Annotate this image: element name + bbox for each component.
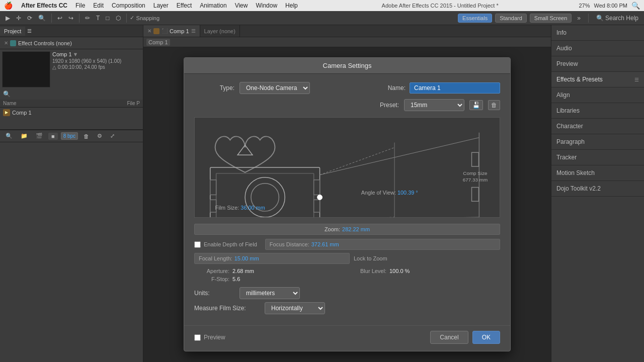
focus-value: 372.61 mm [311,241,339,247]
menu-edit[interactable]: Edit [90,1,107,10]
workspace-essentials[interactable]: Essentials [458,14,492,23]
comp-tab-layer[interactable]: Layer (none) [200,25,240,37]
units-label: Units: [194,290,234,297]
menu-animation[interactable]: Animation [196,1,230,10]
project-column-headers: Name File P [0,100,143,108]
right-item-dojo-toolkit[interactable]: Dojo Toolkit v2.2 [551,181,644,197]
camera-diagram: Film Size: 36.00 mm Angle of View: 100.3… [194,117,500,218]
panel-tab-icon: ☰ [27,28,32,34]
menu-composition[interactable]: Composition [108,1,149,10]
comp-meta: Comp 1 ▼ 1920 x 1080 (960 x 540) (1.00) … [52,51,121,87]
shape-tool[interactable]: □ [103,14,112,23]
svg-rect-8 [314,200,320,212]
pen-tool[interactable]: ✏ [83,14,93,23]
preset-delete-btn[interactable]: 🗑 [488,100,500,110]
effect-controls-tab[interactable]: ✕ Effect Controls (none) [0,37,143,49]
undo-btn[interactable]: ↩ [55,14,65,23]
project-search-btn[interactable]: 🔍 [3,132,15,140]
right-item-libraries[interactable]: Libraries [551,103,644,119]
right-item-audio[interactable]: Audio [551,41,644,56]
effect-color-block [10,40,16,46]
breadcrumb-item[interactable]: Comp 1 [146,39,170,46]
effect-controls-label: Effect Controls (none) [18,40,72,46]
blur-row: Blur Level: 100.0 % [351,268,500,274]
menu-window[interactable]: Window [252,1,281,10]
blur-label: Blur Level: [351,268,386,274]
comp-tab-comp-icon: ⬛ [162,28,168,34]
measure-select[interactable]: Horizontally [265,302,325,314]
comp-tab-close-icon[interactable]: ✕ [147,28,151,34]
focal-label: Focal Length: [199,255,232,261]
project-settings-btn[interactable]: ⚙ [95,132,105,140]
preview-checkbox[interactable] [194,334,201,341]
zoom-tool[interactable]: 🔍 [36,14,48,23]
text-tool[interactable]: T [94,14,102,23]
right-item-motion-sketch[interactable]: Motion Sketch [551,165,644,181]
comp-tab-label: Comp 1 [170,28,189,34]
svg-rect-5 [210,180,216,195]
snapping-toggle[interactable]: ✓ Snapping [130,15,160,21]
right-item-preview[interactable]: Preview [551,56,644,72]
menu-help[interactable]: Help [282,1,301,10]
composition-viewer[interactable]: Camera Settings Type: One-Node Camera [143,47,551,362]
project-expand-btn[interactable]: ⤢ [108,132,117,140]
dof-label: Enable Depth of Field [204,241,257,247]
trash-btn[interactable]: 🗑 [81,132,92,140]
right-item-paragraph[interactable]: Paragraph [551,134,644,150]
workspace-expand-btn[interactable]: » [575,14,583,23]
camera-settings-dialog: Camera Settings Type: One-Node Camera [184,57,511,351]
workspace-standard[interactable]: Standard [495,14,527,23]
svg-line-11 [320,138,479,175]
menu-view[interactable]: View [231,1,252,10]
app-name: After Effects CC [18,1,71,10]
right-item-info[interactable]: Info [551,25,644,41]
right-item-effects-presets[interactable]: Effects & Presets ☰ [551,72,644,87]
workspace-small-screen[interactable]: Small Screen [530,14,572,23]
snapping-label: Snapping [136,15,160,21]
right-item-tracker[interactable]: Tracker [551,150,644,165]
units-select[interactable]: millimeters [239,287,300,299]
menu-layer[interactable]: Layer [150,1,172,10]
preset-select[interactable]: 15mm [404,99,464,111]
effect-close-icon[interactable]: ✕ [4,40,8,46]
selection-tool[interactable]: ▶ [3,14,13,23]
name-label: Name: [388,84,406,92]
brush-tool[interactable]: ⬡ [113,14,123,23]
new-comp-btn[interactable]: 🎬 [33,132,45,140]
comp-thumbnail [2,51,50,87]
apple-menu-icon[interactable]: 🍎 [4,2,13,10]
comp-tab-comp1[interactable]: ✕ ⬛ Comp 1 ☰ [143,25,200,37]
comp-tab-menu-icon[interactable]: ☰ [191,28,196,34]
right-item-align[interactable]: Align [551,87,644,103]
ok-button[interactable]: OK [472,331,500,344]
panel-tab-project[interactable]: Project [0,27,25,36]
right-item-character[interactable]: Character [551,119,644,134]
name-input[interactable] [410,82,500,94]
toolbar-separator-4 [588,14,589,23]
bpc-badge[interactable]: 8 bpc [61,132,78,140]
redo-btn[interactable]: ↪ [66,14,76,23]
menu-effect[interactable]: Effect [173,1,195,10]
dof-checkbox[interactable] [194,241,201,248]
rotation-tool[interactable]: ✛ [14,14,24,23]
new-color-btn[interactable]: ■ [48,133,58,140]
search-help-btn[interactable]: 🔍 Search Help [594,14,641,23]
preview-row[interactable]: Preview [194,334,225,341]
dialog-footer: Preview Cancel OK [184,325,510,351]
new-folder-btn[interactable]: 📁 [18,132,30,140]
type-select[interactable]: One-Node Camera [239,82,310,94]
menu-file[interactable]: File [72,1,89,10]
search-icon[interactable]: 🔍 [631,2,640,10]
project-search-icon[interactable]: 🔍 [3,90,11,98]
search-help-label: Search Help [605,15,638,22]
camera-tool[interactable]: ⟳ [25,14,35,23]
preset-save-btn[interactable]: 💾 [469,100,483,110]
svg-text:Film Size:  36.00 mm: Film Size: 36.00 mm [215,205,265,211]
svg-text:Angle of View:  100.39 °: Angle of View: 100.39 ° [361,190,418,196]
dialog-buttons: Cancel OK [430,331,500,344]
project-item-comp1[interactable]: ▶ Comp 1 [0,108,143,118]
breadcrumb-bar: Comp 1 [143,37,551,47]
effects-presets-menu-icon: ☰ [634,77,639,82]
menubar: 🍎 After Effects CC File Edit Composition… [0,0,644,11]
cancel-button[interactable]: Cancel [430,331,468,344]
